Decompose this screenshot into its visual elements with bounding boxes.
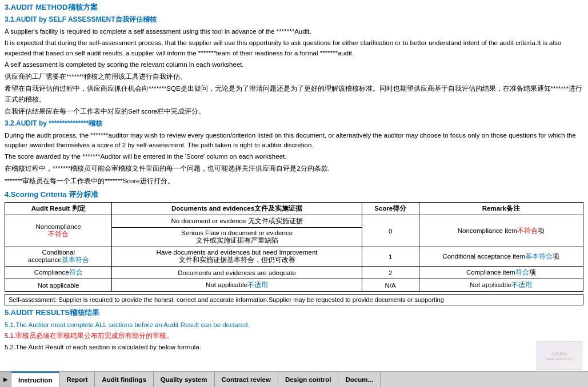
table-row: Not applicable Not applicable不适用 N/A Not… [5,279,583,292]
chinese1: 供应商的工厂需要在*******稽核之前用该工具进行自我评估。 [5,71,583,82]
score-2-cell: 2 [362,267,419,279]
chinese4: 在稽核过程中，*******稽核员可能会审稽核文件里面的每一个问题，也可能选择关… [5,163,583,174]
watermark: 品质协会www.pinzhi.org [537,341,582,370]
chinese2: 希望在自我评估的过程中，供应商应抓住机会向*******SQE提出疑问，无论是为… [5,83,583,104]
compliance-docs-cell: Documents and evidences are adequate [112,267,362,279]
table-row: Noncompliance 不符合 No document or evidenc… [5,215,583,228]
section5-heading: 5.AUDIT RESULTS稽核结果 [5,308,583,318]
tab-design-control[interactable]: Design control [278,372,339,388]
bullet1-en: 5.1.The Auditor must complete ALL sectio… [5,320,583,330]
bullet1-cn: 5.1.审核员必须在审核结果公布前完成所有部分的审核。 [5,331,583,341]
score-1-cell: 1 [362,247,419,267]
col-header-score: Score得分 [362,203,419,215]
scoring-table: Audit Result 判定 Documents and evidences文… [5,202,583,292]
remark-2-cell: Compliance item符合项 [419,267,583,279]
remark-1-cell: Conditional acceptance item基本符合项 [419,247,583,267]
conditional-cell: Conditional acceptance基本符合 [5,247,112,267]
score-na-cell: N/A [362,279,419,292]
no-doc-cell: No document or evidence 无文件或实施证据 [112,215,362,228]
para5: The score awarded by the *******Auditor … [5,152,583,162]
serious-flaw-cell: Serious Flaw in document or evidence文件或实… [112,228,362,247]
para3: A self assessment is completed by scorin… [5,60,583,70]
para2: It is expected that during the self-asse… [5,38,583,58]
self-assessment-note: Self-assessment: Supplier is required to… [5,294,583,305]
remark-0-cell: Noncompliance item不符合项 [419,215,583,247]
section3-heading: 3.AUDIT METHOD稽核方案 [5,2,583,13]
section32-heading: 3.2.AUDIT by ***************稽核 [5,119,583,128]
main-content: 3.AUDIT METHOD稽核方案 3.1.AUDIT by SELF ASS… [0,0,588,364]
tab-quality-system[interactable]: Quality system [154,372,215,388]
para4: During the audit process, the *******aud… [5,131,583,151]
tab-contract-review[interactable]: Contract review [215,372,278,388]
col-header-audit: Audit Result 判定 [5,203,112,215]
tab-docum[interactable]: Docum... [338,372,381,388]
tab-report[interactable]: Report [59,372,95,388]
na-cell: Not applicable [5,279,112,292]
compliance-cell: Compliance符合 [5,267,112,279]
bullet2: 5.2.The Audit Result of each section is … [5,342,583,352]
tab-audit-findings[interactable]: Audit findings [95,372,153,388]
tab-instruction[interactable]: Instruction [11,372,59,388]
tab-bar: ▶ Instruction Report Audit findings Qual… [0,371,588,387]
table-row: Conditional acceptance基本符合 Have document… [5,247,583,267]
chinese3: 自我评估结果应在每一个工作表中对应的Self score栏中完成评分。 [5,106,583,116]
na-docs-cell: Not applicable不适用 [112,279,362,292]
col-header-remark: Remark备注 [419,203,583,215]
para1: A supplier's facility is required to com… [5,27,583,37]
conditional-docs-cell: Have documents and evidences but need Im… [112,247,362,267]
table-row: Compliance符合 Documents and evidences are… [5,267,583,279]
remark-na-cell: Not applicable不适用 [419,279,583,292]
section4-heading: 4.Scoring Criteria 评分标准 [5,190,583,200]
section31-heading: 3.1.AUDIT by SELF ASSESSMENT自我评估稽核 [5,15,583,25]
score-0-cell: 0 [362,215,419,247]
chinese5: *******审核员在每一个工作表中的*******Score进行打分。 [5,176,583,186]
col-header-docs: Documents and evidences文件及实施证据 [112,203,362,215]
noncompliance-cell: Noncompliance 不符合 [5,215,112,247]
tab-nav-prev[interactable]: ▶ [0,372,11,388]
